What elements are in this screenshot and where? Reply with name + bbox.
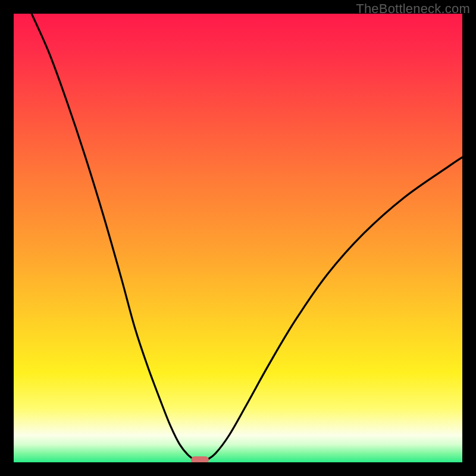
minimum-marker	[191, 456, 209, 462]
chart-plot-area	[14, 14, 462, 462]
curve-left-branch	[32, 14, 195, 460]
curve-right-branch	[206, 157, 462, 460]
curve-svg	[14, 14, 462, 462]
